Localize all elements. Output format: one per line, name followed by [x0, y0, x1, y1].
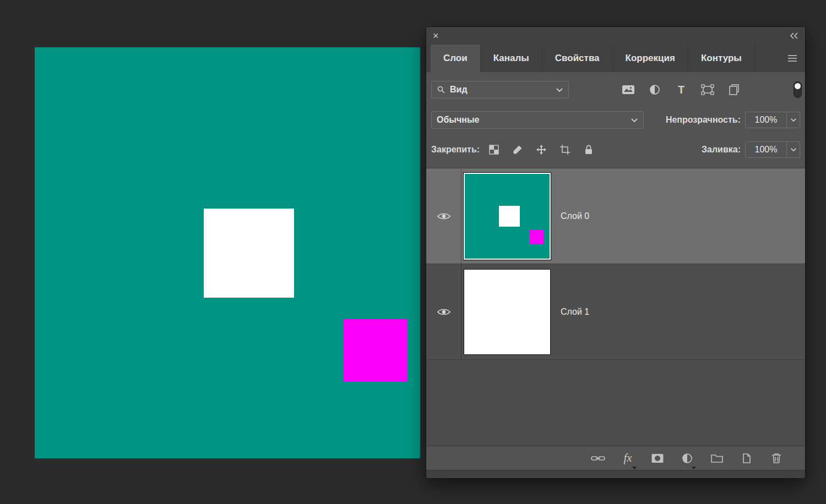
tab-properties[interactable]: Свойства — [542, 45, 613, 72]
filter-shape-layers-icon[interactable] — [701, 83, 714, 96]
panel-bottom-toolbar: fx — [426, 446, 805, 470]
layer-thumbnail[interactable] — [464, 269, 551, 355]
lock-transparency-icon[interactable] — [487, 143, 501, 156]
canvas-white-square — [204, 209, 294, 298]
layer-name[interactable]: Слой 0 — [561, 211, 589, 221]
add-layer-mask-icon[interactable] — [650, 451, 665, 466]
close-icon[interactable]: × — [433, 31, 439, 41]
tab-layers[interactable]: Слои — [431, 45, 481, 72]
lock-fill-row: Закрепить: Заливка: — [426, 140, 805, 159]
opacity-label: Непрозрачность: — [666, 115, 741, 125]
lock-artboard-icon[interactable] — [558, 143, 572, 156]
layer-row-1[interactable]: Слой 1 — [426, 264, 805, 360]
layer-thumbnail[interactable] — [464, 173, 551, 260]
visibility-eye-icon[interactable] — [426, 264, 461, 359]
lock-label: Закрепить: — [431, 145, 480, 155]
filter-kind-value: Вид — [450, 85, 551, 95]
panel-resize-strip[interactable] — [426, 470, 805, 478]
chevron-down-icon — [631, 118, 638, 123]
new-layer-icon[interactable] — [739, 451, 754, 466]
lock-icon-group — [487, 143, 595, 156]
lock-position-move-icon[interactable] — [535, 143, 548, 156]
panel-titlebar: × — [426, 27, 805, 45]
document-canvas[interactable] — [35, 47, 420, 458]
layer-list: Слой 0 Слой 1 — [426, 168, 805, 446]
layers-panel: × Слои Каналы Свойства Коррекция Контуры… — [426, 26, 806, 479]
opacity-value: 100% — [746, 112, 786, 128]
filter-smart-objects-icon[interactable] — [727, 83, 741, 96]
tab-paths[interactable]: Контуры — [688, 45, 755, 72]
chevron-down-icon[interactable] — [786, 142, 800, 157]
fx-glyph: fx — [623, 451, 632, 465]
new-group-folder-icon[interactable] — [709, 451, 725, 466]
new-adjustment-layer-icon[interactable] — [680, 451, 695, 466]
blend-mode-value: Обычные — [437, 115, 626, 125]
layer-name[interactable]: Слой 1 — [561, 307, 589, 317]
visibility-eye-icon[interactable] — [426, 168, 461, 264]
blend-mode-dropdown[interactable]: Обычные — [431, 111, 644, 129]
fill-label: Заливка: — [702, 145, 741, 155]
thumbnail-magenta-square — [530, 230, 544, 244]
panel-tab-bar: Слои Каналы Свойства Коррекция Контуры — [426, 45, 805, 72]
blend-opacity-row: Обычные Непрозрачность: 100% — [426, 111, 805, 129]
lock-all-icon[interactable] — [582, 143, 595, 156]
layer-filtering-toggle[interactable] — [794, 81, 802, 98]
filter-kind-dropdown[interactable]: Вид — [431, 81, 569, 98]
layer-row-0[interactable]: Слой 0 — [426, 168, 805, 264]
layer-filter-row: Вид T — [426, 80, 805, 100]
filter-adjustment-layers-icon[interactable] — [648, 83, 661, 96]
chevron-down-icon[interactable] — [786, 112, 800, 128]
delete-layer-trash-icon[interactable] — [769, 451, 784, 466]
filter-icon-group: T — [622, 83, 741, 96]
lock-pixels-brush-icon[interactable] — [511, 143, 524, 156]
canvas-magenta-square — [343, 319, 407, 382]
layer-style-fx-icon[interactable]: fx — [620, 451, 635, 466]
thumbnail-white-square — [499, 206, 520, 227]
adjustment-menu-arrow-icon — [692, 467, 696, 469]
filter-pixel-layers-icon[interactable] — [622, 83, 635, 96]
opacity-field[interactable]: 100% — [745, 112, 800, 128]
collapse-panel-icon[interactable] — [790, 32, 798, 39]
tab-adjustments[interactable]: Коррекция — [613, 45, 688, 72]
toggle-knob — [795, 83, 801, 89]
search-icon — [437, 85, 445, 94]
fx-menu-arrow-icon — [632, 467, 637, 469]
link-layers-icon[interactable] — [590, 451, 606, 466]
fill-value: 100% — [746, 142, 786, 157]
filter-type-layers-icon[interactable]: T — [675, 83, 688, 96]
panel-menu-icon[interactable] — [787, 54, 797, 62]
fill-field[interactable]: 100% — [745, 141, 800, 158]
chevron-down-icon — [556, 87, 563, 92]
tab-channels[interactable]: Каналы — [481, 45, 542, 72]
